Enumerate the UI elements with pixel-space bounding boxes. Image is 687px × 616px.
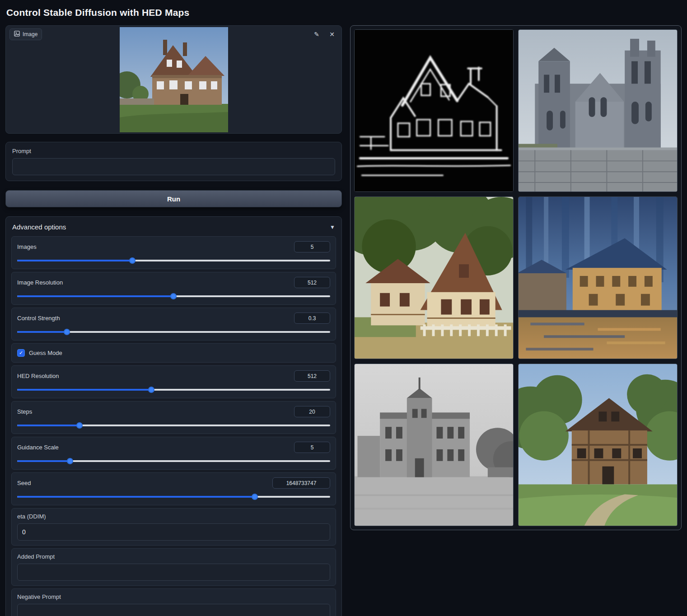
clear-image-button[interactable]: ✕	[327, 29, 337, 39]
control-strength-value-input[interactable]	[294, 313, 330, 324]
gallery-item-hed-edge-map[interactable]	[354, 29, 514, 192]
guidance-scale-value-input[interactable]	[294, 442, 330, 453]
hed-resolution-slider[interactable]	[17, 386, 330, 393]
run-button[interactable]: Run	[5, 190, 342, 207]
slider-row-image-resolution: Image Resolution	[11, 272, 336, 305]
guess-mode-label: Guess Mode	[29, 350, 62, 356]
steps-value-input[interactable]	[294, 406, 330, 417]
eta-input[interactable]	[17, 523, 330, 541]
output-column	[350, 25, 682, 530]
image-tab-label: Image	[23, 31, 37, 37]
eta-label: eta (DDIM)	[17, 513, 330, 520]
uploaded-house-photo	[120, 27, 228, 132]
eta-row: eta (DDIM)	[11, 508, 336, 546]
added-prompt-input[interactable]	[17, 564, 330, 581]
slider-thumb[interactable]	[64, 329, 70, 335]
image-resolution-value-input[interactable]	[294, 277, 330, 288]
slider-thumb[interactable]	[129, 257, 136, 264]
added-prompt-label: Added Prompt	[17, 553, 330, 560]
slider-row-images: Images	[11, 236, 336, 269]
guess-mode-row: ✓ Guess Mode	[11, 343, 336, 363]
images-label: Images	[17, 243, 37, 250]
image-resolution-slider[interactable]	[17, 293, 330, 300]
prompt-label: Prompt	[12, 148, 335, 154]
hed-resolution-label: HED Resolution	[17, 373, 59, 379]
slider-row-seed: Seed	[11, 472, 336, 505]
gallery-item-painterly-house[interactable]	[518, 196, 678, 359]
guidance-scale-slider[interactable]	[17, 457, 330, 465]
image-resolution-label: Image Resolution	[17, 279, 63, 286]
page-title: Control Stable Diffusion with HED Maps	[6, 7, 682, 18]
guess-mode-checkbox[interactable]: ✓	[17, 349, 25, 357]
seed-slider[interactable]	[17, 493, 330, 500]
seed-value-input[interactable]	[272, 477, 330, 489]
guidance-scale-label: Guidance Scale	[17, 444, 59, 451]
prompt-input[interactable]	[12, 158, 335, 175]
image-icon	[14, 31, 20, 38]
slider-row-steps: Steps	[11, 401, 336, 434]
advanced-options-panel: Advanced options ▼ Images Image Resoluti…	[5, 216, 342, 616]
gallery-item-timber-house[interactable]	[518, 364, 678, 526]
slider-thumb[interactable]	[76, 422, 83, 429]
slider-row-control-strength: Control Strength	[11, 308, 336, 341]
seed-label: Seed	[17, 480, 31, 486]
app-root: Control Stable Diffusion with HED Maps I…	[0, 0, 687, 616]
prompt-block: Prompt	[5, 142, 342, 181]
images-value-input[interactable]	[294, 241, 330, 252]
hed-resolution-value-input[interactable]	[294, 370, 330, 382]
control-strength-slider[interactable]	[17, 328, 330, 336]
gallery-item-monochrome-building[interactable]	[354, 364, 514, 526]
result-gallery	[350, 25, 682, 530]
edit-image-button[interactable]: ✎	[312, 29, 322, 39]
image-tab: Image	[9, 28, 42, 40]
slider-row-hed-resolution: HED Resolution	[11, 365, 336, 398]
slider-thumb[interactable]	[252, 494, 258, 500]
negative-prompt-row: Negative Prompt	[11, 588, 336, 616]
controls-column: Image ✎ ✕	[5, 25, 342, 616]
images-slider[interactable]	[17, 257, 330, 264]
collapse-caret-icon: ▼	[330, 224, 335, 230]
slider-thumb[interactable]	[148, 387, 154, 393]
advanced-options-title: Advanced options	[12, 223, 66, 231]
added-prompt-row: Added Prompt	[11, 548, 336, 586]
gallery-item-cottage-painting[interactable]	[354, 196, 514, 359]
slider-thumb[interactable]	[67, 458, 73, 464]
slider-row-guidance-scale: Guidance Scale	[11, 437, 336, 470]
control-strength-label: Control Strength	[17, 315, 60, 322]
negative-prompt-label: Negative Prompt	[17, 593, 330, 600]
advanced-options-header[interactable]: Advanced options ▼	[6, 217, 341, 236]
slider-thumb[interactable]	[170, 293, 177, 299]
image-upload-block[interactable]: Image ✎ ✕	[5, 25, 342, 134]
steps-slider[interactable]	[17, 422, 330, 429]
negative-prompt-input[interactable]	[17, 604, 330, 616]
steps-label: Steps	[17, 408, 32, 415]
gallery-item-cathedral[interactable]	[518, 29, 678, 192]
